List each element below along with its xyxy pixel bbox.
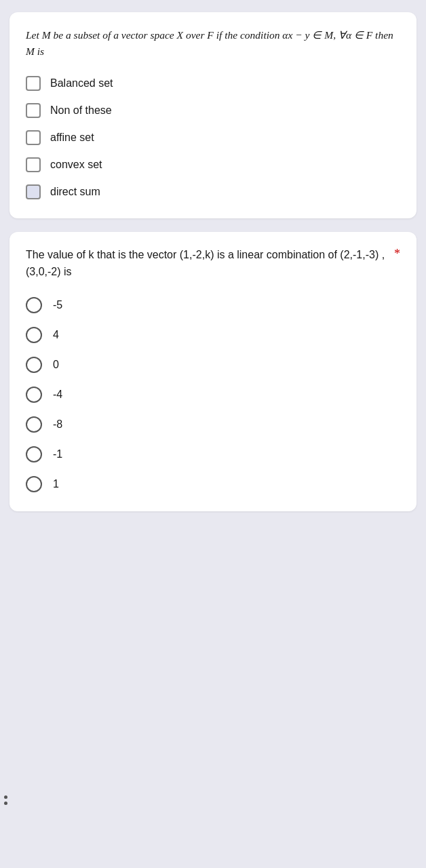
radio-circle-ropt7[interactable] — [26, 476, 42, 492]
radio-option-ropt4[interactable]: -4 — [26, 387, 400, 403]
option-label-opt3: affine set — [50, 132, 94, 144]
radio-label-ropt4: -4 — [53, 389, 62, 401]
radio-option-ropt5[interactable]: -8 — [26, 416, 400, 433]
required-star: * — [394, 247, 400, 261]
radio-circle-ropt2[interactable] — [26, 327, 42, 343]
radio-option-ropt7[interactable]: 1 — [26, 476, 400, 492]
radio-label-ropt5: -8 — [53, 418, 62, 431]
checkbox-opt5[interactable] — [26, 184, 41, 199]
radio-option-ropt1[interactable]: -5 — [26, 297, 400, 313]
checkbox-option-opt4[interactable]: convex set — [26, 157, 400, 172]
radio-label-ropt6: -1 — [53, 448, 62, 460]
option-label-opt5: direct sum — [50, 186, 100, 198]
question-2-options: -540-4-8-11 — [26, 297, 400, 492]
checkbox-option-opt2[interactable]: Non of these — [26, 103, 400, 118]
radio-circle-ropt6[interactable] — [26, 446, 42, 462]
question-2-card: * The value of k that is the vector (1,-… — [9, 232, 417, 511]
checkbox-opt1[interactable] — [26, 76, 41, 91]
radio-label-ropt3: 0 — [53, 359, 59, 371]
option-label-opt1: Balanced set — [50, 77, 113, 90]
checkbox-option-opt5[interactable]: direct sum — [26, 184, 400, 199]
checkbox-opt4[interactable] — [26, 157, 41, 172]
radio-circle-ropt4[interactable] — [26, 387, 42, 403]
radio-label-ropt7: 1 — [53, 478, 59, 490]
radio-circle-ropt3[interactable] — [26, 357, 42, 373]
sidebar-dot-2 — [4, 802, 7, 805]
option-label-opt4: convex set — [50, 159, 102, 171]
checkbox-option-opt3[interactable]: affine set — [26, 130, 400, 145]
sidebar-dot-1 — [4, 795, 7, 799]
option-label-opt2: Non of these — [50, 104, 112, 117]
question-1-card: Let M be a subset of a vector space X ov… — [9, 12, 417, 218]
radio-circle-ropt1[interactable] — [26, 297, 42, 313]
checkbox-option-opt1[interactable]: Balanced set — [26, 76, 400, 91]
sidebar-dots — [3, 787, 8, 814]
radio-label-ropt1: -5 — [53, 299, 62, 311]
radio-option-ropt3[interactable]: 0 — [26, 357, 400, 373]
checkbox-opt2[interactable] — [26, 103, 41, 118]
question-1-options: Balanced setNon of theseaffine setconvex… — [26, 76, 400, 199]
radio-label-ropt2: 4 — [53, 329, 59, 341]
radio-option-ropt6[interactable]: -1 — [26, 446, 400, 462]
radio-circle-ropt5[interactable] — [26, 416, 42, 433]
radio-option-ropt2[interactable]: 4 — [26, 327, 400, 343]
question-2-text: The value of k that is the vector (1,-2,… — [26, 247, 400, 281]
checkbox-opt3[interactable] — [26, 130, 41, 145]
question-1-text: Let M be a subset of a vector space X ov… — [26, 27, 400, 60]
